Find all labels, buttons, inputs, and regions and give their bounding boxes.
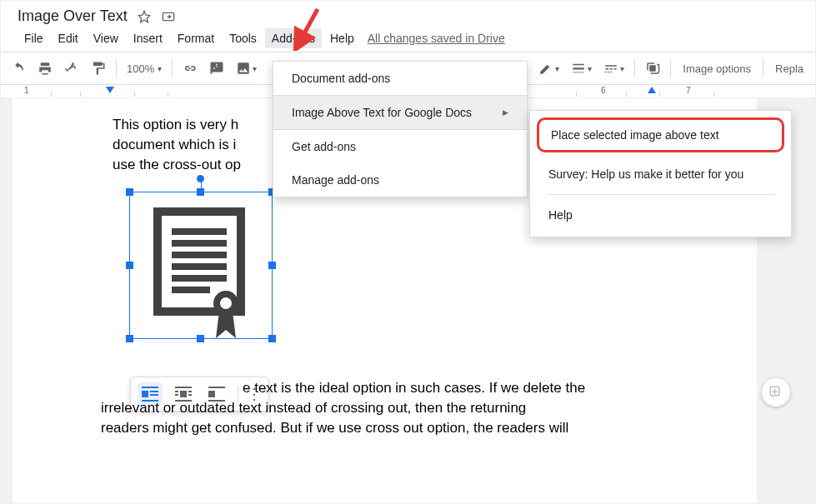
text-line: This option is very h [113, 117, 238, 132]
ruler-num: 7 [686, 86, 691, 95]
svg-rect-7 [606, 68, 609, 70]
separator [547, 194, 774, 195]
undo-icon[interactable] [6, 57, 31, 80]
svg-rect-10 [606, 72, 608, 73]
border-color-icon[interactable]: ▾ [533, 57, 564, 80]
menu-view[interactable]: View [87, 28, 125, 48]
selected-image[interactable] [118, 180, 284, 351]
svg-rect-20 [172, 275, 227, 282]
svg-rect-9 [614, 68, 617, 70]
indent-left-marker[interactable] [106, 87, 114, 95]
spellcheck-icon[interactable] [59, 57, 84, 80]
svg-rect-16 [172, 228, 227, 235]
resize-handle-w[interactable] [126, 262, 133, 269]
ruler-num: 6 [601, 86, 606, 95]
svg-marker-13 [106, 87, 114, 93]
menu-format[interactable]: Format [171, 28, 221, 48]
dropdown-label: Get add-ons [292, 140, 356, 153]
dropdown-label: Image Above Text for Google Docs [292, 106, 472, 119]
replace-image-button[interactable]: Repla [768, 59, 810, 78]
title-row: Image Over Text [18, 7, 798, 25]
svg-rect-41 [773, 392, 778, 393]
svg-rect-21 [172, 287, 210, 293]
menu-edit[interactable]: Edit [52, 28, 85, 48]
insert-image-icon[interactable]: ▾ [231, 57, 262, 80]
submenu-label: Help [548, 208, 573, 222]
svg-rect-4 [573, 67, 585, 69]
menu-help[interactable]: Help [323, 28, 361, 48]
separator [116, 59, 117, 77]
dropdown-label: Document add-ons [292, 72, 390, 85]
star-icon[interactable] [138, 10, 151, 23]
submenu-item-place-image[interactable]: Place selected image above text [537, 117, 784, 152]
text-line: use the cross-out op [113, 157, 241, 172]
zoom-value: 100% [127, 62, 154, 75]
addons-submenu: Place selected image above text Survey: … [529, 110, 792, 237]
explore-button[interactable] [762, 378, 790, 407]
svg-line-0 [299, 9, 318, 42]
submenu-item-survey[interactable]: Survey: Help us make it better for you [530, 156, 791, 192]
dropdown-icon: ▾ [158, 64, 162, 73]
submenu-item-help[interactable]: Help [530, 197, 791, 233]
separator [670, 59, 671, 77]
certificate-document-icon [151, 205, 251, 342]
svg-marker-14 [648, 87, 656, 93]
annotation-arrow [284, 5, 326, 54]
paragraph-2[interactable]: e text is the ideal option in such cases… [101, 378, 659, 437]
svg-point-23 [220, 297, 232, 309]
ruler-num: 1 [24, 86, 29, 95]
paint-format-icon[interactable] [86, 57, 111, 80]
resize-handle-nw[interactable] [126, 188, 133, 196]
zoom-selector[interactable]: 100% ▾ [122, 59, 167, 78]
submenu-arrow-icon: ▶ [503, 108, 508, 117]
rotate-handle[interactable] [197, 175, 204, 182]
image-options-button[interactable]: Image options [676, 59, 758, 78]
dropdown-item-document-addons[interactable]: Document add-ons [273, 62, 527, 95]
svg-rect-19 [172, 263, 227, 270]
menu-file[interactable]: File [18, 28, 50, 48]
move-folder-icon[interactable] [161, 10, 176, 23]
dropdown-item-image-above-text[interactable]: Image Above Text for Google Docs ▶ [273, 96, 527, 129]
svg-rect-8 [610, 68, 613, 70]
separator [763, 59, 763, 77]
svg-rect-17 [172, 240, 227, 247]
resize-handle-e[interactable] [268, 262, 276, 269]
comment-icon[interactable] [204, 57, 229, 80]
menu-tools[interactable]: Tools [223, 28, 263, 48]
border-dash-icon[interactable]: ▾ [598, 57, 629, 80]
text-line: irrelevant or outdated text instead of c… [101, 400, 526, 416]
save-status: All changes saved in Drive [368, 32, 505, 45]
dropdown-item-manage-addons[interactable]: Manage add-ons [273, 163, 527, 197]
menubar: File Edit View Insert Format Tools Add-o… [18, 28, 798, 48]
border-weight-icon[interactable]: ▾ [566, 57, 597, 80]
indent-right-marker[interactable] [648, 87, 656, 95]
menu-insert[interactable]: Insert [127, 28, 169, 48]
document-title[interactable]: Image Over Text [18, 7, 128, 25]
svg-rect-11 [608, 72, 610, 73]
resize-handle-se[interactable] [268, 335, 276, 342]
app-header: Image Over Text File Edit View Insert Fo… [1, 1, 815, 52]
toolbar-right: ▾ ▾ ▾ Image options Repla [533, 57, 810, 80]
print-icon[interactable] [33, 57, 58, 80]
svg-rect-6 [606, 65, 618, 67]
link-icon[interactable] [178, 57, 203, 80]
svg-rect-5 [573, 72, 585, 73]
resize-handle-n[interactable] [197, 188, 204, 196]
text-line: document which is i [113, 137, 236, 152]
addons-dropdown: Document add-ons Image Above Text for Go… [273, 61, 528, 197]
resize-handle-sw[interactable] [126, 335, 133, 342]
crop-icon[interactable] [640, 57, 665, 80]
text-line: readers might get confused. But if we us… [101, 420, 568, 436]
separator [172, 59, 173, 77]
svg-rect-18 [172, 252, 227, 258]
svg-rect-12 [611, 72, 613, 73]
dropdown-label: Manage add-ons [292, 173, 379, 187]
text-line: e text is the ideal option in such cases… [243, 378, 585, 398]
dropdown-item-get-addons[interactable]: Get add-ons [273, 130, 527, 163]
dropdown-icon: ▾ [253, 64, 257, 73]
submenu-label: Place selected image above text [551, 128, 719, 142]
submenu-label: Survey: Help us make it better for you [548, 167, 743, 181]
separator [634, 59, 635, 77]
svg-rect-3 [573, 64, 585, 66]
